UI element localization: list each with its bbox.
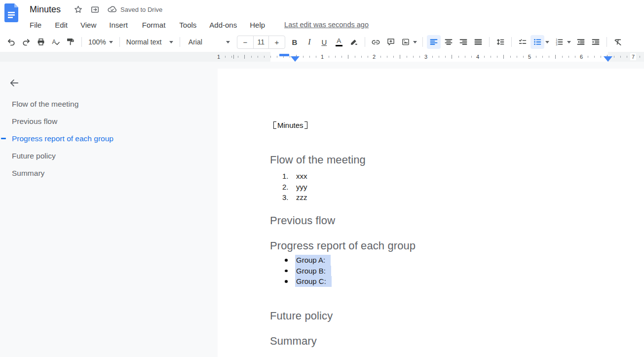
menu-format[interactable]: Format <box>142 20 166 30</box>
svg-text:3: 3 <box>556 43 557 46</box>
toolbar-divider <box>511 37 512 47</box>
italic-icon: I <box>308 38 310 46</box>
move-to-folder-button[interactable] <box>88 3 101 16</box>
toolbar: A 100% Normal text Arial − 11 + B I U A <box>0 32 644 52</box>
outline-item-future[interactable]: Future policy <box>0 147 213 164</box>
menu-view[interactable]: View <box>80 20 96 30</box>
outline-item-summary[interactable]: Summary <box>0 164 213 182</box>
list-item: Group B: <box>218 266 644 277</box>
underline-icon: U <box>321 38 327 46</box>
bulleted-list-button[interactable] <box>530 35 544 49</box>
menu-bar: File Edit View Insert Format Tools Add-o… <box>30 19 369 31</box>
chevron-down-icon[interactable] <box>567 41 571 43</box>
line-spacing-button[interactable] <box>493 35 507 49</box>
ruler-mark: 4 <box>475 53 481 60</box>
increase-indent-button[interactable] <box>589 35 603 49</box>
outline-item-flow[interactable]: Flow of the meeting <box>0 95 213 113</box>
decrease-indent-button[interactable] <box>574 35 588 49</box>
clear-formatting-button[interactable] <box>611 35 625 49</box>
list-item: Group C: <box>218 276 644 287</box>
numbered-list-icon: 1 2 3 <box>555 38 564 46</box>
docs-logo-icon[interactable] <box>4 3 18 22</box>
outline-item-previous[interactable]: Previous flow <box>0 113 213 130</box>
save-status[interactable]: Saved to Drive <box>107 4 162 14</box>
font-select[interactable]: Arial <box>184 35 235 49</box>
zoom-value: 100% <box>88 38 106 46</box>
list-item-text: zzz <box>296 193 307 201</box>
zoom-select[interactable]: 100% <box>85 35 116 49</box>
selected-text: Group B: <box>295 266 331 277</box>
menu-help[interactable]: Help <box>250 20 265 30</box>
numbered-list: 1. xxx 2. yyy 3. zzz <box>218 171 644 203</box>
align-right-button[interactable] <box>456 35 470 49</box>
comment-plus-icon <box>386 38 395 46</box>
menu-tools[interactable]: Tools <box>179 20 196 30</box>
text-color-button[interactable]: A <box>332 35 346 49</box>
menu-insert[interactable]: Insert <box>109 20 128 30</box>
align-center-button[interactable] <box>442 35 455 49</box>
decrease-font-size-button[interactable]: − <box>237 36 253 48</box>
paragraph-style-select[interactable]: Normal text <box>123 35 176 49</box>
list-item: 2. yyy <box>218 182 644 193</box>
outline-item-progress[interactable]: Progress report of each group <box>0 130 213 147</box>
bullet-icon <box>285 270 288 273</box>
left-indent-marker[interactable] <box>291 56 300 62</box>
right-indent-marker[interactable] <box>604 56 612 62</box>
insert-image-button[interactable] <box>399 35 413 49</box>
undo-icon <box>7 38 16 46</box>
list-number: 3. <box>282 192 292 203</box>
ruler-mark: 3 <box>423 53 429 60</box>
doc-heading-flow: Flow of the meeting <box>270 154 366 166</box>
undo-button[interactable] <box>4 35 18 49</box>
italic-button[interactable]: I <box>303 35 316 49</box>
justify-button[interactable] <box>471 35 485 49</box>
redo-icon <box>22 38 31 46</box>
star-button[interactable] <box>72 3 84 16</box>
align-right-icon <box>459 38 468 46</box>
chevron-down-icon[interactable] <box>545 41 549 43</box>
print-button[interactable] <box>34 35 48 49</box>
outline-item-label: Flow of the meeting <box>12 100 78 109</box>
menu-file[interactable]: File <box>30 20 41 30</box>
justify-icon <box>474 38 483 46</box>
menu-addons[interactable]: Add-ons <box>209 20 237 30</box>
close-outline-button[interactable] <box>7 76 22 90</box>
underline-button[interactable]: U <box>317 35 331 49</box>
insert-link-button[interactable] <box>369 35 383 49</box>
spellcheck-button[interactable]: A <box>49 35 63 49</box>
first-line-indent-marker[interactable] <box>279 54 289 56</box>
increase-font-size-button[interactable]: + <box>269 36 285 48</box>
last-edit-link[interactable]: Last edit was seconds ago <box>284 21 369 29</box>
document-outline-panel: Flow of the meeting Previous flow Progre… <box>0 62 218 357</box>
paragraph-style-value: Normal text <box>126 38 162 46</box>
align-left-button[interactable] <box>427 35 441 49</box>
svg-text:A: A <box>52 39 56 45</box>
print-icon <box>37 38 45 46</box>
highlight-color-button[interactable] <box>347 35 361 49</box>
active-section-dash <box>1 138 6 139</box>
ruler-mark: 1 <box>216 53 222 60</box>
workspace: Flow of the meeting Previous flow Progre… <box>0 62 644 357</box>
doc-heading-future: Future policy <box>270 310 333 322</box>
chevron-down-icon[interactable] <box>413 41 417 43</box>
list-item-text: yyy <box>296 183 307 191</box>
redo-button[interactable] <box>19 35 33 49</box>
add-comment-button[interactable] <box>384 35 398 49</box>
bold-button[interactable]: B <box>288 35 302 49</box>
menu-edit[interactable]: Edit <box>55 20 68 30</box>
paint-format-button[interactable] <box>64 35 77 49</box>
document-page[interactable]: Minutes Flow of the meeting 1. xxx 2. yy… <box>218 69 644 357</box>
clear-formatting-icon <box>613 38 622 46</box>
checklist-button[interactable] <box>516 35 530 49</box>
ruler-mark: 5 <box>527 53 532 60</box>
horizontal-ruler[interactable]: 1 1 2 3 4 5 6 7 <box>0 52 644 62</box>
document-title[interactable]: Minutes <box>30 4 61 15</box>
chevron-down-icon <box>109 41 113 43</box>
toolbar-divider <box>422 37 423 47</box>
doc-minutes-title: Minutes <box>273 121 307 129</box>
toolbar-divider <box>489 37 490 47</box>
bulleted-list-control <box>530 35 552 49</box>
numbered-list-button[interactable]: 1 2 3 <box>552 35 566 49</box>
ruler-mark: 2 <box>371 53 377 60</box>
font-size-value[interactable]: 11 <box>253 36 269 48</box>
